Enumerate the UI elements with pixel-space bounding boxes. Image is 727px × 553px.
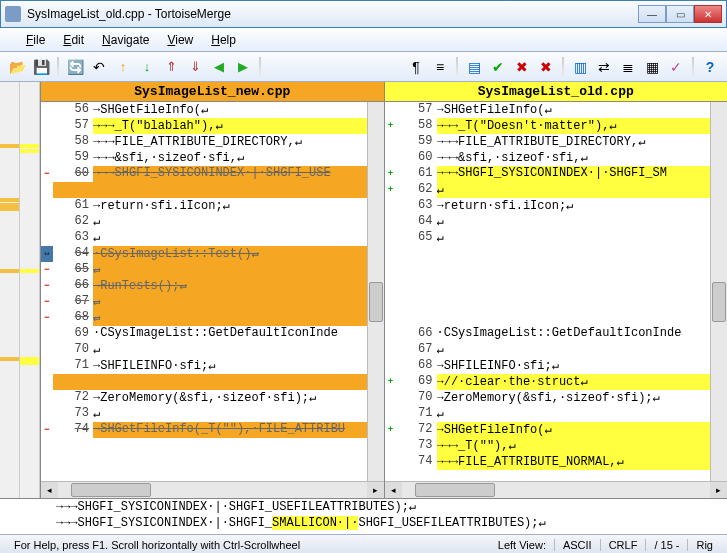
right-horizontal-scrollbar[interactable]: ◂▸ (385, 481, 728, 498)
code-line[interactable]: 70↵ (53, 342, 384, 358)
code-line[interactable]: 60→→→SHGFI_SYSICONINDEX·|·SHGFI_USE (53, 166, 384, 182)
code-line[interactable]: 58→→→_T("Doesn't·matter"),↵ (397, 118, 728, 134)
reject-icon[interactable]: ✖ (535, 56, 557, 78)
code-line[interactable]: 74→SHGetFileInfo(_T(""),·FILE_ATTRIBU (53, 422, 384, 438)
code-line[interactable]: 57→SHGetFileInfo(↵ (397, 102, 728, 118)
menu-view[interactable]: View (159, 30, 201, 50)
line-number: 58 (397, 118, 437, 134)
code-line[interactable]: 69·CSysImageList::GetDefaultIconInde (53, 326, 384, 342)
code-line[interactable]: 61→return·sfi.iIcon;↵ (53, 198, 384, 214)
next-conflict-icon[interactable]: ⇓ (184, 56, 206, 78)
prev-conflict-icon[interactable]: ⇑ (160, 56, 182, 78)
bottom-pane[interactable]: →→→SHGFI_SYSICONINDEX·|·SHGFI_USEFILEATT… (0, 498, 727, 534)
menu-edit[interactable]: Edit (55, 30, 92, 50)
use-theirs-icon[interactable]: ✔ (487, 56, 509, 78)
mark-resolved-icon[interactable]: ✓ (665, 56, 687, 78)
reload-icon[interactable]: 🔄 (64, 56, 86, 78)
line-text: →→→_T("Doesn't·matter"),↵ (437, 118, 728, 134)
code-line[interactable]: 64·CSysImageList::Test()↵ (53, 246, 384, 262)
use-mine-icon[interactable]: ✖ (511, 56, 533, 78)
app-icon (5, 6, 21, 22)
line-number: 63 (397, 198, 437, 214)
code-line[interactable]: 71→SHFILEINFO·sfi;↵ (53, 358, 384, 374)
left-horizontal-scrollbar[interactable]: ◂▸ (41, 481, 384, 498)
code-line[interactable] (53, 182, 384, 198)
code-line[interactable]: 56→SHGetFileInfo(↵ (53, 102, 384, 118)
line-number: 69 (397, 374, 437, 390)
code-line[interactable]: 59→→→&sfi,·sizeof·sfi,↵ (53, 150, 384, 166)
line-text: →SHFILEINFO·sfi;↵ (437, 358, 728, 374)
prev-diff-icon[interactable]: ↑ (112, 56, 134, 78)
code-line[interactable]: 73→→→_T(""),↵ (397, 438, 728, 454)
line-number: 70 (53, 342, 93, 358)
code-line[interactable]: 58→→→FILE_ATTRIBUTE_DIRECTORY,↵ (53, 134, 384, 150)
use-block-icon[interactable]: ▤ (463, 56, 485, 78)
line-number: 69 (53, 326, 93, 342)
two-pane-icon[interactable]: ▥ (569, 56, 591, 78)
code-line[interactable]: 64↵ (397, 214, 728, 230)
minimize-button[interactable]: — (638, 5, 666, 23)
code-line[interactable]: 65↵ (397, 230, 728, 246)
maximize-button[interactable]: ▭ (666, 5, 694, 23)
left-vertical-scrollbar[interactable] (367, 102, 384, 482)
compare-ws-icon[interactable]: ▦ (641, 56, 663, 78)
whitespace-icon[interactable]: ¶ (405, 56, 427, 78)
code-line[interactable]: 57→→→_T("blablah"),↵ (53, 118, 384, 134)
code-line[interactable]: 60→→→&sfi,·sizeof·sfi,↵ (397, 150, 728, 166)
undo-icon[interactable]: ↶ (88, 56, 110, 78)
code-line[interactable]: 72→ZeroMemory(&sfi,·sizeof·sfi);↵ (53, 390, 384, 406)
line-text: →→→SHGFI_SYSICONINDEX·|·SHGFI_SM (437, 166, 728, 182)
next-inline-icon[interactable]: ▶ (232, 56, 254, 78)
line-number: 59 (53, 150, 93, 166)
code-line[interactable] (397, 278, 728, 294)
code-line[interactable]: 71↵ (397, 406, 728, 422)
code-line[interactable]: 65↵ (53, 262, 384, 278)
locator-bar[interactable] (0, 82, 40, 498)
line-number: 56 (53, 102, 93, 118)
code-line[interactable]: 73↵ (53, 406, 384, 422)
code-line[interactable] (397, 294, 728, 310)
code-line[interactable] (53, 374, 384, 390)
line-number: 61 (397, 166, 437, 182)
code-line[interactable] (397, 310, 728, 326)
save-icon[interactable]: 💾 (30, 56, 52, 78)
code-line[interactable]: 62↵ (397, 182, 728, 198)
code-line[interactable]: 63→return·sfi.iIcon;↵ (397, 198, 728, 214)
line-text (437, 294, 728, 310)
status-encoding[interactable]: ASCII (555, 539, 601, 551)
status-eol[interactable]: CRLF (601, 539, 647, 551)
code-line[interactable] (397, 246, 728, 262)
code-line[interactable]: 67↵ (53, 294, 384, 310)
code-line[interactable]: 59→→→FILE_ATTRIBUTE_DIRECTORY,↵ (397, 134, 728, 150)
inline-diff-icon[interactable]: ≡ (429, 56, 451, 78)
code-line[interactable]: 70→ZeroMemory(&sfi,·sizeof·sfi);↵ (397, 390, 728, 406)
switch-icon[interactable]: ⇄ (593, 56, 615, 78)
menu-navigate[interactable]: Navigate (94, 30, 157, 50)
menu-help[interactable]: Help (203, 30, 244, 50)
line-number: 68 (53, 310, 93, 326)
left-code-area[interactable]: − ⇔ − − − − − 56→SHGetFileInfo(↵57→→→_T(… (41, 102, 384, 481)
code-line[interactable]: 69→//·clear·the·struct↵ (397, 374, 728, 390)
open-icon[interactable]: 📂 (6, 56, 28, 78)
right-code-area[interactable]: + + + + + 57→SHGetFileInfo(↵58→→→_T("Doe… (385, 102, 728, 481)
close-button[interactable]: ✕ (694, 5, 722, 23)
prev-inline-icon[interactable]: ◀ (208, 56, 230, 78)
code-line[interactable]: 66→RunTests();↵ (53, 278, 384, 294)
code-line[interactable]: 68→SHFILEINFO·sfi;↵ (397, 358, 728, 374)
code-line[interactable] (397, 262, 728, 278)
next-diff-icon[interactable]: ↓ (136, 56, 158, 78)
code-line[interactable]: 63↵ (53, 230, 384, 246)
menu-bar: File Edit Navigate View Help (0, 28, 727, 52)
line-number: 72 (397, 422, 437, 438)
code-line[interactable]: 62↵ (53, 214, 384, 230)
code-line[interactable]: 61→→→SHGFI_SYSICONINDEX·|·SHGFI_SM (397, 166, 728, 182)
menu-file[interactable]: File (18, 30, 53, 50)
code-line[interactable]: 74→→→FILE_ATTRIBUTE_NORMAL,↵ (397, 454, 728, 470)
code-line[interactable]: 66·CSysImageList::GetDefaultIconInde (397, 326, 728, 342)
code-line[interactable]: 72→SHGetFileInfo(↵ (397, 422, 728, 438)
help-icon[interactable]: ? (699, 56, 721, 78)
code-line[interactable]: 67↵ (397, 342, 728, 358)
code-line[interactable]: 68↵ (53, 310, 384, 326)
collapse-icon[interactable]: ≣ (617, 56, 639, 78)
right-vertical-scrollbar[interactable] (710, 102, 727, 482)
